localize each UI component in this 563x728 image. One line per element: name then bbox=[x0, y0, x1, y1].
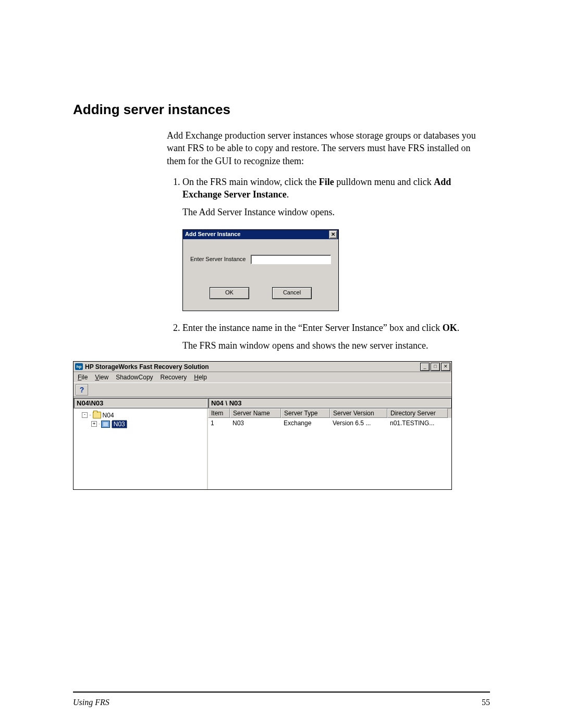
tree-root-row[interactable]: - ·· N04 bbox=[77, 411, 204, 419]
path-left: N04\N03 bbox=[74, 398, 208, 408]
step1-bold-file: File bbox=[319, 177, 334, 187]
cancel-button[interactable]: Cancel bbox=[272, 287, 312, 299]
cell-dir: n01.TESTING... bbox=[387, 419, 448, 427]
server-instance-label: Enter Server Instance bbox=[190, 255, 246, 263]
folder-icon bbox=[93, 412, 101, 418]
step2-result: The FRS main window opens and shows the … bbox=[182, 339, 490, 352]
tree-connector: · bbox=[99, 421, 100, 427]
menu-file[interactable]: File bbox=[78, 374, 88, 381]
close-icon[interactable]: ✕ bbox=[329, 230, 337, 239]
tree-pane[interactable]: - ·· N04 + · N03 bbox=[74, 409, 208, 489]
tree-connector: ·· bbox=[89, 412, 91, 418]
col-server-type[interactable]: Server Type bbox=[281, 409, 330, 418]
path-right: N04 \ N03 bbox=[208, 398, 451, 408]
dialog-body: Enter Server Instance OK Cancel bbox=[183, 239, 338, 311]
frs-main-window: hp HP StorageWorks Fast Recovery Solutio… bbox=[73, 361, 452, 490]
cell-item: 1 bbox=[208, 419, 230, 427]
col-directory-server[interactable]: Directory Server bbox=[387, 409, 448, 418]
tree-child-row[interactable]: + · N03 bbox=[77, 419, 204, 428]
expand-icon[interactable]: + bbox=[91, 421, 97, 427]
menu-bar: File View ShadowCopy Recovery Help bbox=[74, 372, 451, 382]
step1-text-b: pulldown menu and click bbox=[334, 177, 434, 187]
server-icon bbox=[101, 421, 110, 428]
document-page: Adding server instances Add Exchange pro… bbox=[0, 0, 563, 728]
section-heading: Adding server instances bbox=[73, 102, 490, 118]
col-item[interactable]: Item bbox=[208, 409, 230, 418]
step-1: On the FRS main window, click the File p… bbox=[182, 176, 490, 311]
intro-paragraph: Add Exchange production server instances… bbox=[167, 129, 490, 167]
menu-recovery[interactable]: Recovery bbox=[161, 374, 187, 381]
collapse-icon[interactable]: - bbox=[82, 412, 88, 418]
footer-rule bbox=[73, 692, 490, 693]
dialog-row: Enter Server Instance bbox=[190, 255, 331, 264]
steps-list: On the FRS main window, click the File p… bbox=[167, 176, 490, 352]
maximize-icon[interactable]: □ bbox=[431, 363, 440, 371]
step2-bold-ok: OK bbox=[443, 323, 457, 333]
dialog-titlebar[interactable]: Add Server Instance ✕ bbox=[183, 230, 338, 239]
step1-text-c: . bbox=[287, 189, 289, 200]
list-pane[interactable]: Item Server Name Server Type Server Vers… bbox=[208, 409, 451, 489]
col-server-name[interactable]: Server Name bbox=[230, 409, 281, 418]
page-footer: Using FRS 55 bbox=[73, 698, 490, 707]
minimize-icon[interactable]: _ bbox=[420, 363, 430, 371]
menu-view[interactable]: View bbox=[95, 374, 108, 381]
menu-shadowcopy[interactable]: ShadowCopy bbox=[116, 374, 153, 381]
add-server-instance-dialog: Add Server Instance ✕ Enter Server Insta… bbox=[182, 229, 339, 311]
tree-child-label: N03 bbox=[112, 420, 127, 428]
cell-type: Exchange bbox=[281, 419, 330, 427]
toolbar: ? bbox=[74, 382, 451, 397]
window-title: HP StorageWorks Fast Recovery Solution bbox=[85, 363, 209, 371]
ok-button[interactable]: OK bbox=[210, 287, 249, 299]
dialog-buttons: OK Cancel bbox=[190, 287, 331, 299]
path-bar: N04\N03 N04 \ N03 bbox=[74, 397, 451, 408]
dialog-figure: Add Server Instance ✕ Enter Server Insta… bbox=[182, 229, 490, 311]
table-row[interactable]: 1 N03 Exchange Version 6.5 ... n01.TESTI… bbox=[208, 418, 451, 427]
col-server-version[interactable]: Server Version bbox=[330, 409, 387, 418]
window-buttons: _ □ ✕ bbox=[420, 363, 450, 371]
menu-help[interactable]: Help bbox=[194, 374, 207, 381]
step1-result: The Add Server Instance window opens. bbox=[182, 206, 490, 218]
hp-logo-icon: hp bbox=[75, 363, 83, 370]
step2-text-a: Enter the instance name in the “Enter Se… bbox=[182, 323, 443, 333]
window-titlebar[interactable]: hp HP StorageWorks Fast Recovery Solutio… bbox=[74, 362, 451, 372]
dialog-title: Add Server Instance bbox=[185, 230, 240, 238]
cell-version: Version 6.5 ... bbox=[330, 419, 387, 427]
cell-name: N03 bbox=[230, 419, 281, 427]
footer-section: Using FRS bbox=[73, 698, 109, 707]
step1-text-a: On the FRS main window, click the bbox=[182, 177, 319, 187]
server-instance-input[interactable] bbox=[251, 255, 331, 264]
tree-root-label: N04 bbox=[103, 412, 114, 419]
step2-text-b: . bbox=[457, 323, 460, 333]
close-icon[interactable]: ✕ bbox=[441, 363, 450, 371]
footer-page-number: 55 bbox=[482, 698, 490, 707]
help-icon[interactable]: ? bbox=[76, 384, 88, 396]
titlebar-left: hp HP StorageWorks Fast Recovery Solutio… bbox=[75, 363, 209, 371]
split-pane: - ·· N04 + · N03 Item Server Name Server… bbox=[74, 408, 451, 489]
step-2: Enter the instance name in the “Enter Se… bbox=[182, 322, 490, 352]
list-header: Item Server Name Server Type Server Vers… bbox=[208, 409, 451, 418]
